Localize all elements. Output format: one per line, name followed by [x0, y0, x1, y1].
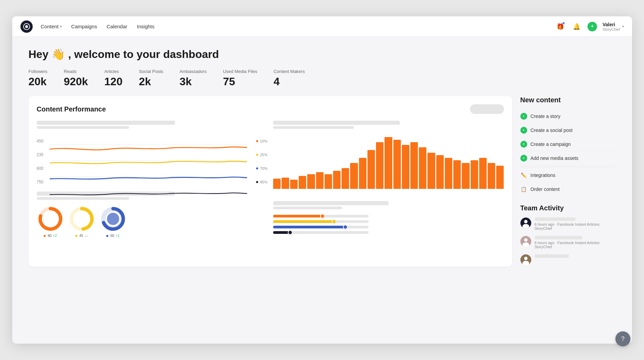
greeting-wave: 👋	[51, 48, 65, 60]
bar-10	[350, 163, 358, 189]
user-menu[interactable]: Valeri StoryChief ▾	[602, 22, 624, 31]
activity-avatar-1	[520, 217, 531, 228]
main-content: Hey 👋 , welcome to your dashboard Follow…	[12, 37, 632, 278]
stat-articles: Articles 120	[104, 69, 122, 88]
new-content-title: New content	[520, 96, 616, 104]
bar-13	[376, 142, 383, 189]
nc-item-story[interactable]: + Create a story	[520, 109, 616, 123]
navbar: Content ▾ Campaigns Calendar Insights 🎁 …	[12, 16, 632, 37]
bar-24	[471, 160, 478, 189]
bar-7	[325, 174, 332, 189]
line-chart-section: 450 235 600 750	[37, 121, 268, 189]
performance-title: Content Performance	[37, 105, 106, 113]
nav-item-content[interactable]: Content ▾	[41, 24, 62, 29]
progress-yellow	[273, 220, 504, 223]
team-activity-section: Team Activity	[520, 204, 616, 265]
team-activity-title: Team Activity	[520, 204, 616, 212]
progress-filter-1	[273, 201, 389, 205]
divider	[520, 167, 616, 167]
activity-item-1: 6 hours ago · Facebook Instant Articles:…	[520, 217, 616, 230]
plus-circle-icon: +	[520, 113, 527, 120]
performance-card: Content Performance 450	[29, 96, 512, 267]
nav-item-calendar[interactable]: Calendar	[107, 24, 127, 29]
svg-point-1	[25, 25, 28, 28]
nc-label-media: Add new media assets	[531, 155, 579, 161]
bar-16	[402, 145, 409, 189]
plus-circle-icon-4: +	[520, 155, 527, 162]
greeting: Hey 👋 , welcome to your dashboard	[29, 48, 616, 61]
svg-point-8	[43, 211, 58, 226]
activity-list: 6 hours ago · Facebook Instant Articles:…	[520, 217, 616, 265]
help-button[interactable]: ?	[615, 331, 630, 344]
activity-content-1: 6 hours ago · Facebook Instant Articles:…	[535, 217, 616, 230]
progress-filter-2	[273, 207, 342, 209]
activity-name-bar-2	[535, 236, 582, 239]
progress-section	[273, 192, 504, 238]
nc-item-social[interactable]: + Create a social post	[520, 123, 616, 137]
activity-item-2: 6 hours ago · Facebook Instant Articles:…	[520, 236, 616, 249]
bar-15	[393, 140, 401, 189]
bar-chart	[273, 134, 504, 189]
nc-label-integrations: Integrations	[531, 172, 555, 178]
bar-27	[496, 166, 504, 189]
bar-17	[410, 142, 418, 189]
nav-item-insights[interactable]: Insights	[137, 24, 155, 29]
nc-item-campaign[interactable]: + Create a campaign	[520, 137, 616, 151]
filter-pill[interactable]	[470, 104, 504, 114]
nav-items: Content ▾ Campaigns Calendar Insights	[41, 24, 555, 29]
sidebar-right: New content + Create a story + Create a …	[520, 96, 616, 265]
bar-18	[419, 147, 426, 189]
activity-content-2: 6 hours ago · Facebook Instant Articles:…	[535, 236, 616, 249]
bar-23	[462, 163, 469, 189]
activity-avatar-2	[520, 236, 531, 247]
bell-icon-button[interactable]: 🔔	[571, 21, 582, 32]
line-chart-svg	[50, 134, 247, 213]
line-chart-labels: 450 235 600 750	[37, 134, 49, 189]
nc-label-social: Create a social post	[531, 127, 573, 133]
greeting-text-after: , welcome to your dashboard	[68, 48, 219, 60]
donut-orange-label: 80 +2	[44, 234, 57, 238]
activity-name-bar-3	[535, 254, 569, 258]
line-chart: 450 235 600 750	[37, 134, 268, 189]
bar-chart-filter-2	[273, 126, 354, 129]
activity-time-1: 6 hours ago · Facebook Instant Articles:…	[535, 222, 616, 230]
bar-chart-section	[273, 121, 504, 189]
add-button[interactable]: +	[587, 22, 597, 31]
nav-item-campaigns[interactable]: Campaigns	[71, 24, 97, 29]
chart-filter-bar-1	[37, 121, 175, 125]
bar-6	[316, 172, 324, 189]
bar-1	[273, 179, 281, 189]
nc-item-media[interactable]: + Add new media assets	[520, 151, 616, 165]
svg-point-23	[524, 257, 528, 260]
plus-circle-icon-2: +	[520, 127, 527, 134]
nc-label-story: Create a story	[531, 114, 561, 119]
bar-21	[445, 158, 452, 189]
svg-point-17	[524, 220, 528, 223]
bar-14	[384, 137, 392, 189]
bar-chart-filter-1	[273, 121, 400, 125]
bar-8	[333, 171, 341, 189]
bar-20	[436, 155, 444, 189]
user-role: StoryChief	[602, 27, 620, 31]
stat-reads: Reads 920k	[64, 69, 88, 88]
chart-filter-bar-2	[37, 126, 129, 129]
nav-logo[interactable]	[20, 20, 33, 33]
plus-circle-icon-3: +	[520, 141, 527, 148]
nc-item-order[interactable]: 📋 Order content	[520, 182, 616, 196]
performance-header: Content Performance	[37, 104, 504, 114]
activity-item-3	[520, 254, 616, 265]
gift-icon-button[interactable]: 🎁	[555, 21, 566, 32]
nc-label-order: Order content	[531, 186, 560, 192]
progress-orange	[273, 215, 504, 217]
stat-ambassadors: Ambassadors 3k	[179, 69, 206, 88]
bar-3	[290, 180, 298, 189]
nc-item-integrations[interactable]: ✏️ Integrations	[520, 168, 616, 182]
bar-5	[307, 174, 315, 189]
donut-yellow-label: 45 —	[75, 234, 88, 238]
svg-point-11	[74, 211, 89, 226]
activity-content-3	[535, 254, 569, 258]
activity-avatar-3	[520, 254, 531, 265]
progress-blue	[273, 226, 504, 228]
stat-social-posts: Social Posts 2k	[139, 69, 163, 88]
app-window: Content ▾ Campaigns Calendar Insights 🎁 …	[12, 16, 632, 344]
